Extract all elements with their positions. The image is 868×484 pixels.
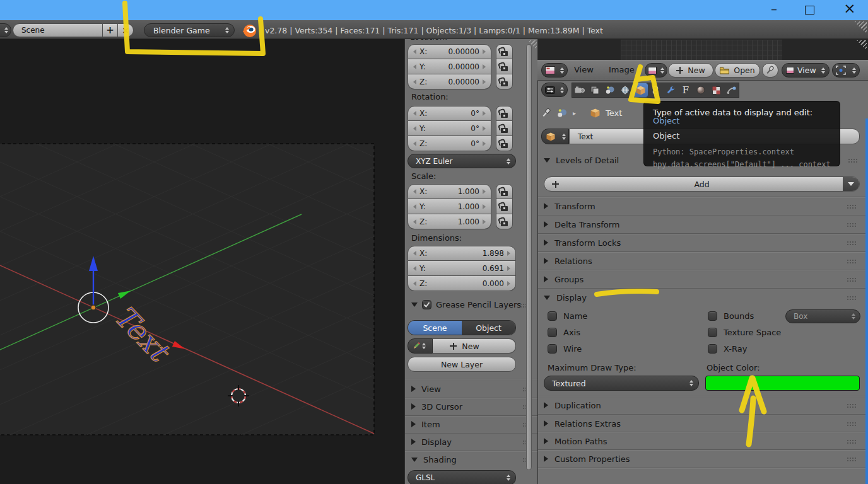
checkbox-x-ray[interactable]: X-Ray: [708, 344, 747, 354]
panel-relations-extras[interactable]: Relations Extras: [544, 415, 857, 432]
object-id-button[interactable]: [541, 129, 569, 144]
scale-x-field[interactable]: X:1.000: [408, 184, 491, 199]
location-y-field[interactable]: Y:0.00000: [408, 59, 491, 74]
npanel-section-view[interactable]: View: [411, 380, 532, 398]
grease-pencil-panel-header[interactable]: Grease Pencil Layers: [411, 300, 521, 309]
gp-tab-object[interactable]: Object: [462, 321, 515, 335]
checkbox-name[interactable]: Name: [548, 311, 587, 321]
rotation-x-field[interactable]: X:0°: [408, 106, 491, 121]
close-button[interactable]: ×: [840, 0, 859, 19]
lock-scale-y[interactable]: [496, 199, 513, 214]
lock-rotation-z[interactable]: [496, 136, 513, 151]
gp-tab-scene[interactable]: Scene: [408, 321, 462, 335]
panel-duplication[interactable]: Duplication: [544, 396, 857, 414]
draw-type-select[interactable]: Textured: [544, 376, 699, 391]
minimize-button[interactable]: –: [765, 1, 783, 19]
lod-add-dropdown[interactable]: [843, 177, 859, 191]
menu-image[interactable]: Image: [609, 65, 635, 74]
checkbox-bounds[interactable]: Bounds: [708, 311, 754, 321]
engine-select[interactable]: Blender Game: [144, 23, 235, 37]
maximize-button[interactable]: [805, 6, 814, 14]
panel-motion-paths[interactable]: Motion Paths: [544, 432, 857, 450]
panel-drag-grip[interactable]: [847, 422, 857, 426]
rotation-y-field[interactable]: Y:0°: [408, 121, 491, 136]
tab-texture[interactable]: [708, 83, 724, 97]
tab-material[interactable]: [693, 83, 708, 97]
lock-location-z[interactable]: [496, 74, 513, 89]
npanel-scrollbar[interactable]: [526, 44, 532, 470]
panel-groups[interactable]: Groups: [544, 270, 857, 288]
npanel-section-item[interactable]: Item: [411, 415, 532, 433]
unlink-scene-button[interactable]: ×: [118, 23, 134, 37]
image-new-button[interactable]: New: [668, 63, 713, 78]
lod-add-button[interactable]: Add: [544, 176, 860, 192]
lock-location-y[interactable]: [496, 59, 513, 74]
location-z-field[interactable]: Z:0.00000: [408, 74, 491, 89]
gp-new-button[interactable]: New: [433, 338, 516, 354]
tab-render-layers[interactable]: [587, 83, 602, 97]
panel-drag-grip[interactable]: [847, 403, 857, 408]
panel-delta-transform[interactable]: Delta Transform: [544, 216, 857, 233]
panel-relations[interactable]: Relations: [544, 252, 857, 270]
lod-panel-header[interactable]: Levels of Detail: [544, 156, 619, 165]
tab-modifiers[interactable]: [663, 83, 678, 97]
tab-scene[interactable]: [602, 83, 618, 97]
3d-viewport[interactable]: Text: [0, 39, 404, 484]
scene-icon[interactable]: [557, 108, 567, 118]
checkbox-axis[interactable]: Axis: [548, 328, 580, 337]
image-browse-button[interactable]: [645, 63, 667, 78]
pivot-point-button[interactable]: [832, 63, 860, 78]
npanel-section-shading[interactable]: Shading: [411, 451, 532, 468]
scene-name-field[interactable]: Scene: [13, 23, 103, 37]
checkbox-texture-space[interactable]: Texture Space: [708, 328, 781, 337]
location-x-field[interactable]: X:0.00000: [408, 44, 491, 59]
panel-custom-properties[interactable]: Custom Properties: [544, 450, 857, 468]
panel-drag-grip[interactable]: [847, 296, 857, 300]
panel-drag-grip[interactable]: [847, 457, 857, 461]
tab-constraints[interactable]: [648, 83, 663, 97]
panel-drag-grip[interactable]: [847, 277, 857, 282]
checkbox-wire[interactable]: Wire: [548, 344, 582, 354]
npanel-section-display[interactable]: Display: [411, 433, 532, 451]
panel-drag-grip[interactable]: [847, 204, 857, 209]
panel-transform[interactable]: Transform: [544, 197, 857, 215]
grease-pencil-checkbox[interactable]: [422, 300, 431, 309]
image-open-button[interactable]: Open: [715, 63, 760, 78]
tab-physics[interactable]: [724, 83, 739, 97]
lock-scale-x[interactable]: [496, 184, 513, 199]
tab-render[interactable]: [572, 83, 587, 97]
lock-scale-z[interactable]: [496, 214, 513, 229]
dimensions-y-field[interactable]: Y:0.691: [408, 261, 516, 276]
panel-transform-locks[interactable]: Transform Locks: [544, 234, 857, 251]
gp-datablock-button[interactable]: [408, 338, 433, 354]
panel-drag-grip[interactable]: [847, 222, 857, 227]
dimensions-z-field[interactable]: Z:0.000: [408, 276, 516, 291]
pin-icon[interactable]: [542, 108, 551, 118]
lock-rotation-y[interactable]: [496, 121, 513, 136]
object-color-swatch[interactable]: [705, 376, 860, 391]
image-view-select[interactable]: View: [782, 63, 830, 78]
scale-z-field[interactable]: Z:1.000: [408, 214, 491, 229]
panel-drag-grip[interactable]: [847, 259, 857, 263]
tab-world[interactable]: [618, 83, 633, 97]
scale-y-field[interactable]: Y:1.000: [408, 199, 491, 214]
panel-display-header[interactable]: Display: [544, 289, 857, 306]
image-pin-button[interactable]: [762, 63, 778, 78]
gp-new-layer-button[interactable]: New Layer: [408, 357, 516, 372]
lock-location-x[interactable]: [496, 44, 513, 59]
shading-mode-select[interactable]: GLSL: [408, 470, 516, 484]
rotation-z-field[interactable]: Z:0°: [408, 136, 491, 151]
panel-drag-grip[interactable]: [847, 439, 857, 444]
panel-drag-grip[interactable]: [848, 158, 858, 163]
panel-drag-grip[interactable]: [847, 241, 857, 245]
lock-rotation-x[interactable]: [496, 106, 513, 121]
properties-editor-type-button[interactable]: [541, 83, 568, 97]
menu-view[interactable]: View: [574, 65, 594, 74]
tab-object[interactable]: [633, 83, 648, 97]
tab-data[interactable]: F: [678, 83, 693, 97]
npanel-section-3d-cursor[interactable]: 3D Cursor: [411, 398, 532, 415]
rotation-mode-select[interactable]: XYZ Euler: [408, 154, 516, 168]
dimensions-x-field[interactable]: X:1.898: [408, 246, 516, 261]
bounds-type-select[interactable]: Box: [785, 309, 860, 323]
image-editor-type-button[interactable]: [541, 63, 568, 78]
